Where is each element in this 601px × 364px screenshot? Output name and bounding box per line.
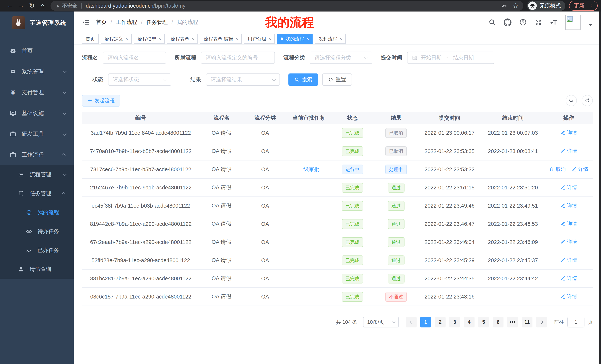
show-search-button[interactable]	[566, 95, 577, 106]
detail-button[interactable]: 详情	[560, 129, 577, 136]
page-size-select[interactable]: 10条/页	[363, 317, 399, 327]
detail-button[interactable]: 详情	[560, 148, 577, 154]
close-icon[interactable]: ×	[159, 36, 161, 41]
password-key-icon[interactable]	[501, 3, 507, 9]
page-button-5[interactable]: 5	[478, 317, 489, 327]
detail-button[interactable]: 详情	[560, 275, 577, 282]
sidebar-item-todo-tasks[interactable]: 待办任务	[0, 222, 74, 241]
process-name-input[interactable]	[108, 55, 161, 61]
goto-page-input[interactable]: 1	[567, 317, 584, 327]
next-page-button[interactable]	[536, 317, 547, 327]
sidebar-item-task-management[interactable]: 任务管理	[0, 184, 74, 203]
close-icon[interactable]: ×	[235, 36, 238, 41]
goto-label: 前往	[554, 319, 564, 326]
user-icon	[18, 266, 25, 272]
sidebar-item-process-management[interactable]: 流程管理	[0, 165, 74, 184]
page-button-1[interactable]: 1	[420, 317, 431, 327]
breadcrumb-item[interactable]: 工作流程	[116, 19, 137, 26]
tab-process-model[interactable]: 流程模型×	[134, 34, 165, 44]
process-definition-input[interactable]	[206, 55, 270, 61]
detail-button[interactable]: 详情	[572, 166, 588, 172]
cancel-button[interactable]: 取消	[549, 166, 566, 172]
pencil-icon	[560, 148, 566, 153]
annotation-my-process: 我的流程	[265, 14, 314, 31]
reset-button[interactable]: 重置	[322, 74, 352, 86]
column-header: 流程分类	[243, 112, 287, 124]
status-select[interactable]: 请选择状态	[108, 74, 171, 86]
not-secure-warning-icon[interactable]: ▲不安全	[55, 2, 77, 9]
breadcrumb-item[interactable]: 任务管理	[146, 19, 168, 26]
address-bar[interactable]: ▲不安全 dashboard.yudao.iocoder.cn/bpm/task…	[50, 1, 523, 11]
current-task-link[interactable]: 一级审批	[298, 166, 320, 172]
github-icon[interactable]	[504, 18, 511, 26]
pencil-icon	[560, 203, 566, 208]
detail-label: 详情	[567, 148, 577, 154]
sidebar-item-devtools[interactable]: 研发工具	[0, 124, 74, 144]
tab-process-form[interactable]: 流程表单×	[167, 34, 198, 44]
process-category: OA	[243, 215, 287, 233]
page-button-3[interactable]: 3	[449, 317, 460, 327]
category-select[interactable]: 请选择流程分类	[310, 52, 372, 64]
tab-start-process[interactable]: 发起流程×	[315, 34, 346, 44]
sidebar-collapse-icon[interactable]	[82, 18, 90, 26]
tab-my-process[interactable]: 我的流程×	[277, 34, 312, 44]
close-icon[interactable]: ×	[125, 36, 128, 41]
sidebar-item-home[interactable]: 首页	[0, 40, 74, 61]
header-search-icon[interactable]	[489, 19, 496, 26]
tab-user-group[interactable]: 用户分组×	[244, 34, 275, 44]
detail-button[interactable]: 详情	[560, 257, 577, 263]
logo[interactable]: 芋道管理系统	[0, 11, 74, 34]
detail-button[interactable]: 详情	[560, 184, 577, 191]
font-size-icon[interactable]	[550, 18, 558, 26]
detail-button[interactable]: 详情	[560, 239, 577, 245]
page-button-11[interactable]: 11	[522, 317, 532, 327]
help-icon[interactable]	[519, 19, 527, 26]
detail-button[interactable]: 详情	[560, 293, 577, 300]
refresh-table-button[interactable]	[582, 95, 593, 106]
breadcrumb-item: 我的流程	[177, 19, 198, 26]
browser-home-icon[interactable]: ⌂	[37, 0, 48, 11]
close-icon[interactable]: ×	[191, 36, 194, 41]
url-host: dashboard.yudao.iocoder.cn	[86, 3, 153, 9]
submit-time-range-picker[interactable]: 开始日期 - 结束日期	[407, 52, 494, 64]
page-button-4[interactable]: 4	[464, 317, 474, 327]
result-select[interactable]: 请选择流结果	[206, 74, 280, 86]
page-button-6[interactable]: 6	[493, 317, 503, 327]
browser-update-button[interactable]: 更新 ⋮	[569, 1, 598, 11]
submit-time: 2022-01-22 23:43:16	[418, 287, 481, 306]
breadcrumb-item[interactable]: 首页	[96, 19, 107, 26]
sidebar-item-done-tasks[interactable]: 已办任务	[0, 241, 74, 260]
close-icon[interactable]: ×	[339, 36, 342, 41]
browser-menu-icon[interactable]: ⋮	[587, 3, 595, 9]
sidebar-item-leave-query[interactable]: 请假查询	[0, 260, 74, 279]
tab-home[interactable]: 首页	[82, 34, 99, 44]
page-button-2[interactable]: 2	[435, 317, 446, 327]
prev-page-button[interactable]	[406, 317, 417, 327]
current-task	[287, 233, 331, 251]
close-icon[interactable]: ×	[268, 36, 271, 41]
table-body: 3ad174fb-7b9d-11ec-8404-acde48001122OA 请…	[82, 124, 593, 306]
avatar[interactable]	[565, 15, 581, 30]
browser-forward-icon[interactable]: →	[16, 0, 26, 11]
browser-scrollbar[interactable]	[599, 11, 601, 364]
browser-back-icon[interactable]: ←	[5, 0, 16, 11]
create-process-button[interactable]: 发起流程	[82, 95, 120, 106]
search-button[interactable]: 搜索	[289, 74, 318, 86]
sidebar-item-infrastructure[interactable]: 基础设施	[0, 103, 74, 124]
sidebar-item-system[interactable]: 系统管理	[0, 61, 74, 82]
detail-button[interactable]: 详情	[560, 202, 577, 209]
detail-button[interactable]: 详情	[560, 220, 577, 227]
tab-process-form-edit[interactable]: 流程表单-编辑×	[200, 34, 242, 44]
tab-process-definition[interactable]: 流程定义×	[101, 34, 132, 44]
sidebar-item-my-process[interactable]: 我的流程	[0, 203, 74, 222]
bookmark-star-icon[interactable]: ☆	[513, 2, 519, 10]
close-icon[interactable]: ×	[306, 36, 309, 41]
avatar-caret-icon[interactable]	[588, 24, 593, 26]
result-cell: 通过	[374, 215, 418, 233]
fullscreen-icon[interactable]	[534, 19, 542, 26]
chevron-up-icon	[62, 192, 66, 196]
pages-ellipsis[interactable]: •••	[507, 317, 518, 327]
sidebar-item-workflow[interactable]: 工作流程	[0, 144, 74, 165]
browser-reload-icon[interactable]: ↻	[26, 0, 37, 11]
sidebar-item-payment[interactable]: ¥支付管理	[0, 82, 74, 103]
